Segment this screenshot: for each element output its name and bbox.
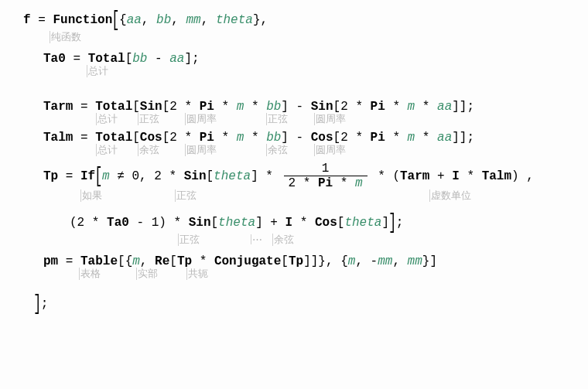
hint-line-6: 正弦 ⋯ 余弦 [70,233,573,247]
code-line-6: (2 * Ta0 - 1) * Sin[theta] + I * Cos[the… [23,210,573,247]
code-line-5: Tp = If[m ≠ 0, 2 * Sin[theta] * 12 * Pi … [23,162,573,203]
var-f: f [23,13,31,27]
hint-line-5: 如果 正弦 虚数单位 [43,189,573,203]
code-line-3: Tarm = Total[Sin[2 * Pi * m * bb] - Sin[… [23,100,573,126]
code-line-8: ]; [23,292,573,316]
hint-line-4: 总计 余弦 圆周率 余弦 圆周率 [43,143,573,157]
hint-line-3: 总计 正弦 圆周率 正弦 圆周率 [43,112,573,126]
fraction: 12 * Pi * m [284,162,368,190]
hint-line-1: 纯函数 [23,30,573,44]
code-line-2: Ta0 = Total[bb - aa]; 总计 [23,52,573,78]
fn-function: Function [53,13,112,27]
code-line-1: f = Function[{aa, bb, mm, theta}, 纯函数 [23,8,573,44]
code-line-7: pm = Table[{m, Re[Tp * Conjugate[Tp]]}, … [23,254,573,281]
fn-if: If [80,169,95,183]
hint-line-7: 表格 实部 共轭 [43,267,573,281]
code-line-4: Talm = Total[Cos[2 * Pi * m * bb] - Cos[… [23,131,573,157]
hint-line-2: 总计 [43,64,573,78]
